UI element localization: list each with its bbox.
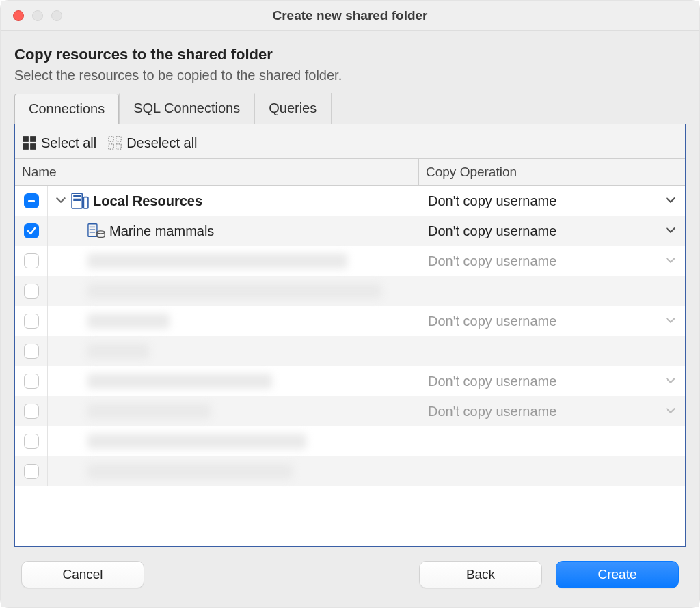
- svg-rect-2: [23, 144, 28, 149]
- table-header: Name Copy Operation: [15, 158, 685, 186]
- copy-operation-dropdown: [418, 456, 685, 486]
- deselect-all-label: Deselect all: [126, 135, 197, 151]
- row-checkbox[interactable]: [24, 223, 39, 238]
- row-name-cell: Local Resources: [48, 186, 418, 216]
- tab-connections[interactable]: Connections: [14, 94, 119, 124]
- tabstrip: Connections SQL Connections Queries: [14, 93, 686, 124]
- row-name-cell: [48, 456, 418, 486]
- svg-rect-6: [109, 144, 113, 149]
- copy-operation-dropdown: [418, 336, 685, 366]
- row-name-cell: [48, 426, 418, 456]
- copy-operation-dropdown: [418, 276, 685, 306]
- select-all-button[interactable]: Select all: [21, 134, 96, 152]
- table-row: Marine mammalsDon't copy username: [15, 216, 685, 246]
- copy-operation-dropdown[interactable]: Don't copy username: [418, 186, 685, 216]
- copy-operation-dropdown[interactable]: Don't copy username: [418, 246, 685, 276]
- copy-operation-value: Don't copy username: [428, 193, 556, 209]
- redacted-label: [88, 404, 211, 419]
- svg-rect-13: [88, 224, 97, 237]
- chevron-down-icon: [666, 195, 675, 207]
- svg-rect-5: [116, 137, 121, 141]
- copy-operation-value: Don't copy username: [428, 314, 556, 329]
- row-checkbox[interactable]: [24, 434, 39, 449]
- tab-sql-connections[interactable]: SQL Connections: [119, 93, 254, 124]
- row-checkbox[interactable]: [24, 464, 39, 479]
- row-checkbox-cell: [15, 456, 48, 486]
- svg-rect-0: [23, 137, 28, 141]
- cancel-button[interactable]: Cancel: [21, 561, 144, 588]
- svg-rect-8: [28, 200, 35, 202]
- redacted-label: [88, 314, 170, 329]
- row-name-cell: [48, 246, 418, 276]
- row-checkbox[interactable]: [24, 314, 39, 329]
- tab-queries[interactable]: Queries: [254, 93, 331, 124]
- row-checkbox[interactable]: [24, 374, 39, 389]
- row-checkbox[interactable]: [24, 344, 39, 359]
- row-name-cell: [48, 276, 418, 306]
- titlebar: Create new shared folder: [1, 1, 699, 31]
- row-checkbox-cell: [15, 276, 48, 306]
- chevron-down-icon: [666, 376, 675, 387]
- table-row: Don't copy username: [15, 396, 685, 426]
- table-row: Don't copy username: [15, 306, 685, 336]
- db-icon: [88, 223, 105, 239]
- row-checkbox-cell: [15, 396, 48, 426]
- chevron-down-icon: [666, 225, 675, 237]
- chevron-down-icon: [666, 255, 675, 267]
- row-name-cell: [48, 336, 418, 366]
- svg-rect-12: [83, 197, 88, 208]
- row-label: Marine mammals: [109, 223, 214, 239]
- minimize-window-button[interactable]: [32, 10, 43, 21]
- dialog-footer: Cancel Back Create: [1, 547, 699, 607]
- row-checkbox-cell: [15, 186, 48, 216]
- copy-operation-value: Don't copy username: [428, 223, 556, 239]
- back-button[interactable]: Back: [419, 561, 542, 588]
- redacted-label: [88, 374, 272, 389]
- table-row: Don't copy username: [15, 366, 685, 396]
- server-icon: [71, 193, 89, 209]
- copy-operation-dropdown[interactable]: Don't copy username: [418, 396, 685, 426]
- copy-operation-dropdown[interactable]: Don't copy username: [418, 366, 685, 396]
- row-checkbox[interactable]: [24, 253, 39, 268]
- svg-rect-10: [73, 195, 81, 197]
- expand-toggle-icon[interactable]: [56, 195, 68, 207]
- svg-rect-4: [109, 137, 113, 141]
- column-header-copy-operation[interactable]: Copy Operation: [418, 159, 685, 185]
- svg-rect-1: [31, 137, 36, 141]
- page-heading: Copy resources to the shared folder: [14, 46, 686, 64]
- table-row: [15, 336, 685, 366]
- dialog-content: Copy resources to the shared folder Sele…: [1, 31, 699, 547]
- redacted-label: [88, 434, 306, 449]
- toolbar: Select all Deselect all: [15, 124, 685, 158]
- select-all-label: Select all: [41, 135, 96, 151]
- redacted-label: [88, 464, 293, 479]
- copy-operation-dropdown[interactable]: Don't copy username: [418, 216, 685, 246]
- svg-rect-3: [31, 144, 36, 149]
- table-row: [15, 276, 685, 306]
- copy-operation-value: Don't copy username: [428, 253, 556, 269]
- select-all-icon: [21, 134, 38, 152]
- row-checkbox[interactable]: [24, 404, 39, 419]
- deselect-all-button[interactable]: Deselect all: [106, 134, 197, 152]
- create-button[interactable]: Create: [556, 561, 679, 588]
- zoom-window-button[interactable]: [51, 10, 62, 21]
- row-checkbox-cell: [15, 336, 48, 366]
- svg-rect-11: [73, 199, 81, 201]
- row-checkbox[interactable]: [24, 193, 39, 208]
- row-checkbox-cell: [15, 366, 48, 396]
- row-checkbox[interactable]: [24, 284, 39, 299]
- redacted-label: [88, 344, 149, 359]
- window-controls: [13, 10, 62, 21]
- column-header-name[interactable]: Name: [15, 159, 418, 185]
- table-row: [15, 456, 685, 486]
- svg-point-17: [97, 231, 105, 234]
- copy-operation-dropdown[interactable]: Don't copy username: [418, 306, 685, 336]
- deselect-all-icon: [106, 134, 124, 152]
- dialog-window: Create new shared folder Copy resources …: [0, 0, 700, 608]
- row-checkbox-cell: [15, 426, 48, 456]
- row-label: Local Resources: [93, 193, 202, 209]
- svg-rect-7: [116, 144, 121, 149]
- copy-operation-value: Don't copy username: [428, 374, 556, 389]
- close-window-button[interactable]: [13, 10, 24, 21]
- row-checkbox-cell: [15, 246, 48, 276]
